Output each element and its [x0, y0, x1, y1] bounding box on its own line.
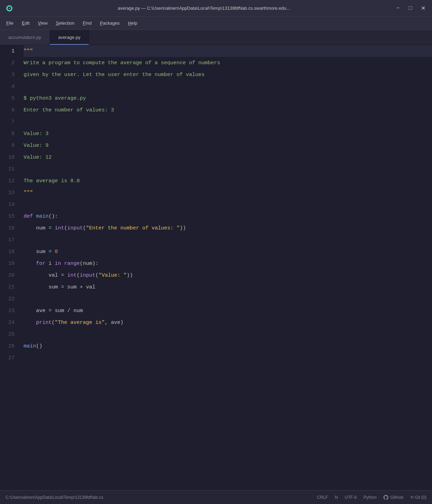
token: """ — [24, 190, 33, 196]
menu-view[interactable]: View — [34, 19, 51, 27]
line-num-6: 6 — [0, 104, 18, 116]
menu-find[interactable]: Find — [79, 19, 95, 27]
status-path[interactable]: C:\Users\alinen\AppData\Local\Temp\13139… — [6, 495, 310, 500]
status-indent[interactable]: N — [335, 495, 338, 500]
tab-accumulators[interactable]: accumulators.py — [0, 30, 50, 45]
svg-point-2 — [9, 8, 10, 9]
menu-bar: File Edit View Selection Find Packages H… — [0, 17, 432, 30]
token: / — [67, 308, 70, 314]
token: input — [67, 225, 83, 231]
code-line-21: sum = sum + val — [24, 281, 432, 293]
token: ave — [24, 308, 49, 314]
token: The average is 8.0 — [24, 178, 80, 184]
tab-average-label: average.py — [58, 35, 80, 40]
maximize-button[interactable]: □ — [407, 5, 414, 11]
token: Write a program to compute the average o… — [24, 60, 220, 66]
menu-selection[interactable]: Selection — [52, 19, 78, 27]
token — [64, 272, 67, 278]
minimize-button[interactable]: − — [395, 5, 401, 11]
status-language[interactable]: Python — [364, 495, 377, 500]
tab-bar: accumulators.py average.py — [0, 30, 432, 45]
code-line-13: """ — [24, 187, 432, 199]
token: main — [24, 343, 36, 349]
token: in — [55, 261, 61, 267]
line-num-3: 3 — [0, 69, 18, 81]
line-num-20: 20 — [0, 269, 18, 281]
menu-file[interactable]: File — [3, 19, 17, 27]
token: val — [83, 284, 95, 290]
token: $ python3 average.py — [24, 95, 86, 101]
status-github[interactable]: GitHub — [383, 495, 403, 500]
code-line-9: Value: 9 — [24, 140, 432, 151]
token: = — [49, 308, 52, 314]
code-line-18: sum = 0 — [24, 246, 432, 258]
line-num-21: 21 — [0, 281, 18, 293]
line-num-15: 15 — [0, 210, 18, 222]
close-button[interactable]: ✕ — [420, 5, 426, 11]
line-num-24: 24 — [0, 317, 18, 328]
status-github-label: GitHub — [390, 495, 403, 500]
status-git-label: Git (0) — [415, 495, 426, 500]
line-num-9: 9 — [0, 140, 18, 151]
line-num-23: 23 — [0, 305, 18, 317]
title-bar: average.py — C:\Users\alinen\AppData\Loc… — [0, 0, 432, 17]
token: () — [36, 343, 42, 349]
token: (num): — [80, 261, 98, 267]
status-encoding[interactable]: UTF-8 — [345, 495, 357, 500]
app-icon — [6, 5, 13, 12]
token: int — [55, 225, 64, 231]
line-num-22: 22 — [0, 293, 18, 305]
token: 0 — [55, 249, 58, 255]
line-num-26: 26 — [0, 340, 18, 352]
line-num-4: 4 — [0, 81, 18, 92]
line-num-27: 27 — [0, 352, 18, 364]
token: range — [64, 261, 80, 267]
token: )) — [127, 272, 133, 278]
menu-packages[interactable]: Packages — [96, 19, 123, 27]
status-line-ending[interactable]: CRLF — [317, 495, 328, 500]
token: print — [36, 320, 52, 326]
line-num-13: 13 — [0, 187, 18, 199]
code-line-4 — [24, 81, 432, 92]
token: Value: 12 — [24, 154, 52, 160]
token: input — [80, 272, 95, 278]
code-line-19: for i in range(num): — [24, 258, 432, 269]
token: = — [49, 225, 52, 231]
code-line-7 — [24, 116, 432, 128]
token: = — [61, 284, 64, 290]
token: def — [24, 213, 36, 219]
token — [52, 225, 55, 231]
tab-average[interactable]: average.py — [50, 30, 89, 45]
code-line-11 — [24, 163, 432, 175]
code-line-1: """ — [24, 45, 432, 57]
status-git[interactable]: ⟲ Git (0) — [410, 495, 426, 500]
token: given by the user. Let the user enter th… — [24, 72, 205, 78]
token: for — [36, 261, 45, 267]
line-num-11: 11 — [0, 163, 18, 175]
line-num-5: 5 — [0, 92, 18, 104]
code-editor[interactable]: """ Write a program to compute the avera… — [18, 45, 432, 490]
menu-help[interactable]: Help — [124, 19, 141, 27]
token — [24, 261, 36, 267]
line-num-7: 7 — [0, 116, 18, 128]
token — [24, 320, 36, 326]
token: ( — [95, 272, 98, 278]
line-num-16: 16 — [0, 222, 18, 234]
window-controls: − □ ✕ — [395, 5, 426, 11]
code-line-15: def main(): — [24, 210, 432, 222]
code-line-6: Enter the number of values: 3 — [24, 104, 432, 116]
token: ( — [77, 272, 80, 278]
token: i — [45, 261, 55, 267]
token: = — [49, 249, 52, 255]
token: """ — [24, 48, 33, 54]
token: "Value: " — [98, 272, 127, 278]
token: (): — [49, 213, 58, 219]
code-line-26: main() — [24, 340, 432, 352]
line-num-18: 18 — [0, 246, 18, 258]
token: int — [67, 272, 77, 278]
token — [61, 261, 64, 267]
token: Value: 3 — [24, 131, 49, 137]
code-line-12: The average is 8.0 — [24, 175, 432, 187]
menu-edit[interactable]: Edit — [18, 19, 33, 27]
line-num-1: 1 — [0, 45, 18, 57]
